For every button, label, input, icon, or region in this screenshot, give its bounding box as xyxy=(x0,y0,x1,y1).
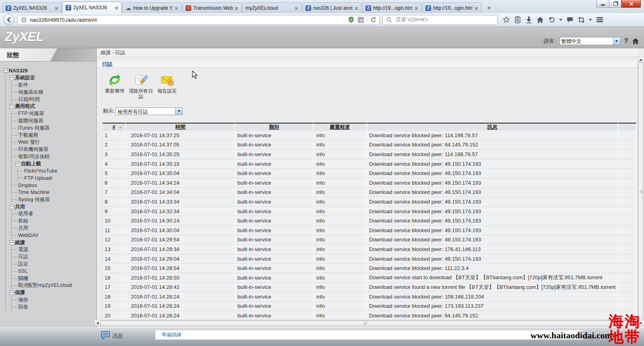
browser-tab[interactable]: http://19...ogin.html xyxy=(422,2,481,13)
browser-tab[interactable]: myZyXELcloud xyxy=(242,2,301,13)
chat-balloon-icon[interactable] xyxy=(566,16,574,23)
url-text[interactable]: nas326/r49970,/adv,/admin/# xyxy=(30,17,345,23)
log-filter-select[interactable]: 檢視所有日誌 xyxy=(116,107,183,115)
app-home-icon[interactable] xyxy=(632,37,639,45)
dropdown-arrow-icon[interactable] xyxy=(613,37,620,45)
tree-item[interactable]: 系統設定 xyxy=(2,74,96,82)
sidebar-status-tab[interactable]: 狀態 xyxy=(0,48,96,62)
browser-tab[interactable]: http://19...ogin.html xyxy=(362,2,421,13)
horizontal-scrollbar-thumb[interactable] xyxy=(100,321,631,326)
tree-item[interactable]: 複製/同步按鈕 xyxy=(2,153,96,161)
log-row[interactable]: 92016-07-01 14:32:34built-in-serviceinfo… xyxy=(103,207,637,216)
tree-item[interactable]: 設定 xyxy=(2,261,96,268)
collapse-minus-icon[interactable] xyxy=(10,104,14,109)
tab-close-icon[interactable] xyxy=(475,6,478,10)
tree-item[interactable]: 日誌 xyxy=(2,253,96,261)
reload-icon[interactable] xyxy=(369,16,377,23)
tree-item[interactable]: Flickr/YouTube xyxy=(2,167,96,175)
vertical-scrollbar-thumb[interactable] xyxy=(638,62,644,320)
tree-item[interactable]: FTP Uploadr xyxy=(2,175,96,182)
undo-menu-caret-icon[interactable] xyxy=(559,19,562,21)
column-header[interactable]: 時間 xyxy=(126,123,235,131)
tree-item[interactable]: 備份 xyxy=(2,297,96,304)
tree-item[interactable]: 自動上載 xyxy=(2,160,96,167)
refresh-button[interactable]: 重新整理 xyxy=(101,73,128,94)
horizontal-scrollbar[interactable] xyxy=(94,320,637,326)
log-row[interactable]: 192016-07-01 14:28:24built-in-serviceinf… xyxy=(103,302,637,311)
column-header[interactable]: 訊息 xyxy=(367,123,619,131)
tree-item[interactable]: 應用程式 xyxy=(2,103,96,110)
tree-item[interactable]: 維護 xyxy=(2,239,96,246)
collapse-minus-icon[interactable] xyxy=(10,290,14,295)
tree-item[interactable]: 媒體伺服器 xyxy=(2,117,96,125)
tab-close-icon[interactable] xyxy=(175,6,178,10)
url-bar[interactable]: nas326/r49970,/adv,/admin/# xyxy=(17,15,380,25)
log-row[interactable]: 82016-07-01 14:33:34built-in-serviceinfo… xyxy=(103,197,637,207)
browser-tab[interactable]: Transmission Web... xyxy=(182,2,242,13)
clear-all-logs-button[interactable]: 清除所有日誌 xyxy=(128,73,154,99)
tree-item[interactable]: iTunes 伺服器 xyxy=(2,124,96,132)
tab-close-icon[interactable] xyxy=(415,6,418,10)
log-row[interactable]: 122016-07-01 14:29:54built-in-serviceinf… xyxy=(103,235,637,245)
dropdown-arrow-icon[interactable] xyxy=(175,108,182,115)
restore-button[interactable] xyxy=(609,0,621,8)
tree-item[interactable]: NAS326 xyxy=(2,67,96,74)
tab-close-icon[interactable] xyxy=(55,6,58,10)
tree-item[interactable]: 關機 xyxy=(2,275,96,282)
log-row[interactable]: 32016-07-01 14:35:25built-in-serviceinfo… xyxy=(103,150,637,159)
tree-item[interactable]: Web 發行 xyxy=(2,139,96,146)
downloads-icon[interactable] xyxy=(525,16,533,23)
tree-item[interactable]: 日期/時間 xyxy=(2,96,96,103)
tree-item[interactable]: 伺服器名稱 xyxy=(2,89,96,96)
tree-item[interactable]: 下載服務 xyxy=(2,132,96,139)
log-row[interactable]: 52016-07-01 14:35:04built-in-serviceinfo… xyxy=(103,169,637,178)
browser-tab[interactable]: ZyXEL NAS326 xyxy=(62,2,122,13)
vertical-scrollbar[interactable] xyxy=(638,56,644,326)
menu-icon[interactable] xyxy=(596,16,603,23)
minimize-button[interactable] xyxy=(597,0,609,8)
log-row[interactable]: 62016-07-01 14:34:24built-in-serviceinfo… xyxy=(103,178,637,188)
undo-icon[interactable] xyxy=(548,16,555,23)
column-header[interactable]: # xyxy=(103,123,126,131)
log-row[interactable]: 72016-07-01 14:34:04built-in-serviceinfo… xyxy=(103,188,637,198)
tree-item[interactable]: WebDAV xyxy=(2,232,96,239)
bookmarks-list-icon[interactable] xyxy=(514,16,521,23)
tree-item[interactable]: Syslog 伺服器 xyxy=(2,196,96,203)
scroll-left-button[interactable] xyxy=(95,320,100,326)
screenshot-crop-icon[interactable] xyxy=(578,16,585,23)
column-header[interactable]: 類別 xyxy=(235,123,314,131)
log-row[interactable]: 12016-07-01 14:37:25built-in-serviceinfo… xyxy=(103,131,637,140)
collapse-minus-icon[interactable] xyxy=(10,241,14,245)
browser-tab[interactable]: ZyXEL NAS326 xyxy=(2,2,62,13)
tree-item[interactable]: Time Machine xyxy=(2,189,96,196)
collapse-minus-icon[interactable] xyxy=(10,205,14,209)
log-row[interactable]: 42016-07-01 14:35:15built-in-serviceinfo… xyxy=(103,159,637,169)
tab-close-icon[interactable] xyxy=(295,6,298,10)
tree-item[interactable]: 印表機伺服器 xyxy=(2,146,96,153)
new-tab-button[interactable]: + xyxy=(484,4,494,12)
close-button[interactable] xyxy=(621,0,641,8)
home-icon[interactable] xyxy=(537,16,544,23)
log-row[interactable]: 152016-07-01 14:28:54built-in-serviceinf… xyxy=(103,264,637,273)
back-button[interactable] xyxy=(3,14,14,25)
tree-item[interactable]: 電源 xyxy=(2,246,96,253)
log-row[interactable]: 132016-07-01 14:29:34built-in-serviceinf… xyxy=(103,245,637,254)
tab-close-icon[interactable] xyxy=(355,6,358,10)
tree-item[interactable]: 保護 xyxy=(2,289,96,297)
log-row[interactable]: 112016-07-01 14:30:04built-in-serviceinf… xyxy=(103,226,637,235)
language-select[interactable]: 繁體中文 xyxy=(559,37,621,45)
column-header[interactable]: 嚴重程度 xyxy=(314,123,367,131)
tree-item[interactable]: 群組 xyxy=(2,218,96,225)
qr-code-icon[interactable] xyxy=(357,16,364,23)
scroll-up-button[interactable] xyxy=(638,57,644,62)
tree-item[interactable]: 使用者 xyxy=(2,210,96,218)
browser-tab[interactable]: How to Upgrade Y... xyxy=(122,2,182,13)
log-row[interactable]: 182016-07-01 14:28:24built-in-serviceinf… xyxy=(103,292,637,302)
bookmark-star-icon[interactable] xyxy=(503,16,510,23)
browser-tab[interactable]: nas326 | Just anot... xyxy=(302,2,361,13)
collapse-minus-icon[interactable] xyxy=(16,162,20,166)
tab-close-icon[interactable] xyxy=(115,6,118,10)
tree-item[interactable]: Dropbox xyxy=(2,182,96,189)
collapse-minus-icon[interactable] xyxy=(4,68,8,73)
report-config-button[interactable]: 報告設定 xyxy=(154,73,180,94)
